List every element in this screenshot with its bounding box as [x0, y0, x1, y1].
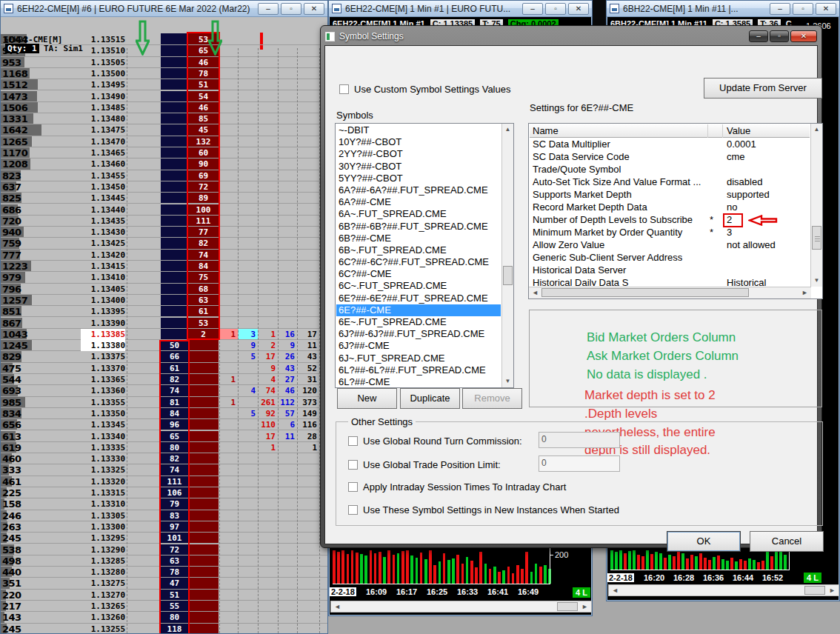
new-instances-checkbox[interactable]	[348, 505, 358, 515]
position-limit-field[interactable]: 0	[539, 456, 620, 472]
settings-v-scrollbar[interactable]: ▲ ▼	[810, 124, 822, 287]
update-from-server-button[interactable]: Update From Server	[704, 78, 822, 99]
bid-cell[interactable]: 97	[161, 521, 188, 532]
ask-cell[interactable]	[188, 363, 219, 373]
scroll-thumb[interactable]	[557, 602, 578, 611]
settings-row[interactable]: SC Data Multiplier0.0001	[530, 138, 810, 150]
scroll-thumb[interactable]	[812, 226, 821, 250]
close-icon[interactable]: ✕	[304, 3, 324, 15]
ask-cell[interactable]	[188, 578, 219, 588]
minimize-icon[interactable]: –	[770, 3, 790, 15]
bid-cell[interactable]	[161, 147, 188, 158]
symbol-list-item[interactable]: 6L?##-CME	[336, 376, 501, 387]
bid-cell[interactable]: 81	[161, 397, 188, 407]
settings-row[interactable]: Record Market Depth Datano	[530, 201, 810, 213]
ok-button[interactable]: OK	[667, 531, 741, 552]
ladder-titlebar[interactable]: 6EH22-CME[M] #6 | EURO FUTURE 6E Mar 202…	[1, 1, 327, 17]
remove-button[interactable]: Remove	[462, 388, 522, 409]
bid-cell[interactable]: 74	[161, 385, 188, 396]
bid-cell[interactable]: 80	[161, 612, 188, 622]
bid-cell[interactable]	[161, 57, 188, 67]
bid-cell[interactable]	[161, 34, 188, 44]
settings-row[interactable]: Historical Daily Data SHistorical	[530, 276, 810, 286]
ask-cell[interactable]: 46	[188, 57, 219, 67]
bid-cell[interactable]: 84	[161, 408, 188, 418]
bid-cell[interactable]: 50	[161, 340, 188, 350]
symbol-list-item[interactable]: 6E?##-CME	[336, 304, 501, 316]
ask-cell[interactable]	[188, 590, 219, 600]
ask-cell[interactable]	[188, 453, 219, 464]
bid-cell[interactable]: 82	[161, 453, 188, 464]
maximize-icon[interactable]: ▫	[793, 3, 813, 15]
dialog-titlebar[interactable]: Symbol Settings – ▫ ✕	[325, 28, 817, 44]
ask-cell[interactable]	[188, 476, 219, 487]
ask-cell[interactable]: 84	[188, 261, 219, 271]
bid-cell[interactable]: 66	[161, 351, 188, 361]
ask-cell[interactable]: 60	[188, 147, 219, 158]
bid-cell[interactable]	[161, 261, 188, 271]
bid-cell[interactable]	[161, 158, 188, 169]
ask-cell[interactable]	[188, 544, 219, 555]
scroll-up-icon[interactable]: ▲	[503, 124, 513, 135]
ask-cell[interactable]	[188, 419, 219, 430]
symbol-list-item[interactable]: 6J?##-6J?##.FUT_SPREAD.CME	[336, 328, 501, 340]
scroll-up-icon[interactable]: ▲	[812, 124, 821, 135]
bid-cell[interactable]: 111	[161, 476, 188, 487]
ask-cell[interactable]: 45	[188, 124, 219, 135]
symbol-list-item[interactable]: ~-DBIT	[336, 124, 501, 136]
ask-cell[interactable]	[188, 385, 219, 396]
bid-cell[interactable]	[161, 45, 188, 56]
ask-cell[interactable]	[188, 340, 219, 350]
ask-cell[interactable]	[188, 498, 219, 509]
scroll-thumb[interactable]	[541, 288, 749, 297]
intraday-session-checkbox[interactable]	[348, 482, 358, 492]
maximize-icon[interactable]: ▫	[545, 3, 566, 15]
ask-cell[interactable]: 53	[188, 318, 219, 328]
ask-cell[interactable]	[188, 624, 219, 633]
chart-h-scrollbar[interactable]: ◄ ►	[608, 584, 839, 596]
close-icon[interactable]: ✕	[816, 3, 836, 15]
symbol-list-item[interactable]: 6A~.FUT_SPREAD.CME	[336, 208, 501, 220]
global-commission-field[interactable]: 0	[539, 432, 620, 448]
ask-cell[interactable]	[188, 521, 219, 532]
settings-row[interactable]: Trade/Quote Symbol	[530, 163, 810, 176]
scroll-down-icon[interactable]: ▼	[503, 376, 513, 387]
settings-row[interactable]: Historical Data Server	[530, 264, 810, 276]
ask-cell[interactable]: 89	[188, 193, 219, 203]
symbol-list-item[interactable]: 6A?##-6A?##.FUT_SPREAD.CME	[336, 184, 501, 196]
ask-cell[interactable]: 2	[188, 329, 219, 339]
ask-cell[interactable]: 85	[188, 113, 219, 124]
bid-cell[interactable]	[161, 102, 188, 113]
ask-cell[interactable]	[188, 533, 219, 543]
symbol-list-item[interactable]: 6C?##-6C?##.FUT_SPREAD.CME	[336, 256, 501, 268]
ask-cell[interactable]: 82	[188, 238, 219, 248]
symbols-scrollbar[interactable]: ▲ ▼	[501, 124, 513, 387]
ask-cell[interactable]: 51	[188, 79, 219, 90]
scroll-right-icon[interactable]: ►	[579, 602, 590, 611]
symbol-list-item[interactable]: 5YY?##-CBOT	[336, 173, 501, 184]
settings-row[interactable]: Supports Market Depthsupported	[530, 188, 810, 201]
settings-row[interactable]: Generic Sub-Client Server Address	[530, 251, 810, 264]
bid-cell[interactable]	[161, 68, 188, 79]
bid-cell[interactable]: 83	[161, 510, 188, 521]
trade-account-label[interactable]: TA: Sim1	[44, 44, 83, 53]
bid-cell[interactable]	[161, 170, 188, 181]
close-icon[interactable]: ✕	[568, 3, 589, 15]
order-qty-label[interactable]: Qty: 1	[5, 44, 39, 53]
ask-cell[interactable]: 90	[188, 158, 219, 169]
bid-cell[interactable]	[161, 216, 188, 226]
symbol-list-item[interactable]: 6J?##-CME	[336, 340, 501, 352]
minimize-icon[interactable]: –	[749, 30, 768, 42]
name-column-header[interactable]: Name	[533, 124, 559, 138]
scroll-thumb[interactable]	[804, 586, 825, 595]
bid-cell[interactable]	[161, 329, 188, 339]
bid-cell[interactable]	[161, 272, 188, 282]
bid-cell[interactable]	[161, 113, 188, 124]
bid-cell[interactable]: 47	[161, 578, 188, 588]
ask-cell[interactable]	[188, 464, 219, 475]
bid-cell[interactable]: 72	[161, 544, 188, 555]
symbol-list-item[interactable]: 10Y?##-CBOT	[336, 136, 501, 148]
bid-cell[interactable]	[161, 124, 188, 135]
use-custom-settings-checkbox[interactable]	[339, 84, 349, 94]
symbol-list-item[interactable]: 6J~.FUT_SPREAD.CME	[336, 353, 501, 364]
